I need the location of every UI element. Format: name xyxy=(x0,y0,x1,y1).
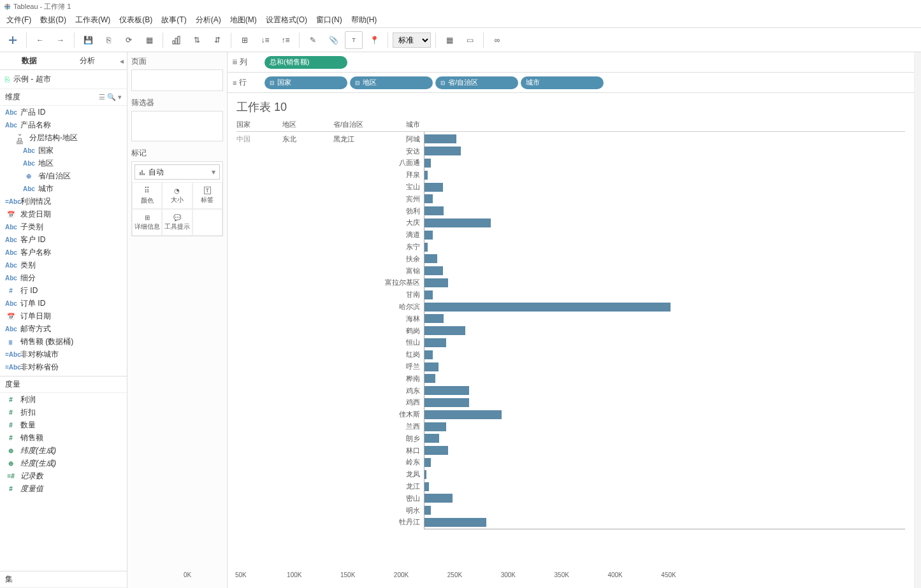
row-label[interactable]: 恒山 xyxy=(236,337,424,349)
bar[interactable] xyxy=(424,231,433,240)
marks-color[interactable]: ⠿颜色 xyxy=(132,182,162,209)
menu-item[interactable]: 仪表板(B) xyxy=(115,13,156,27)
bar[interactable] xyxy=(424,386,469,395)
dimension-field[interactable]: ⫼销售额 (数据桶) xyxy=(0,335,127,348)
dimension-field[interactable]: Abc地区 xyxy=(0,157,127,169)
dimension-field[interactable]: =Abc非对称省份 xyxy=(0,361,127,373)
row-label[interactable]: 朗乡 xyxy=(236,433,424,445)
rows-shelf[interactable]: ≡行 ⊟国家⊟地区⊟省/自治区城市 xyxy=(228,73,914,93)
marks-label[interactable]: T标签 xyxy=(192,182,222,209)
dimension-field[interactable]: =Abc利润情况 xyxy=(0,195,127,208)
row-label[interactable]: 呼兰 xyxy=(236,361,424,373)
bar[interactable] xyxy=(424,266,443,275)
bar-chart[interactable] xyxy=(424,132,905,529)
row-label[interactable]: 拜泉 xyxy=(236,169,424,181)
row-label[interactable]: 林口 xyxy=(236,445,424,457)
marks-tooltip[interactable]: 💬工具提示 xyxy=(162,209,192,236)
bar[interactable] xyxy=(424,254,437,263)
scrollbar[interactable] xyxy=(914,52,921,588)
measure-field[interactable]: ⊕纬度(生成) xyxy=(0,444,127,457)
bar[interactable] xyxy=(424,338,446,347)
bar[interactable] xyxy=(424,159,431,168)
bar[interactable] xyxy=(424,219,491,227)
pages-card[interactable] xyxy=(131,69,223,91)
row-label[interactable]: 鸡西 xyxy=(236,397,424,409)
measure-field[interactable]: #销售额 xyxy=(0,431,127,444)
dimension-field[interactable]: #行 ID xyxy=(0,284,127,297)
menu-item[interactable]: 工作表(W) xyxy=(71,13,114,27)
sheet-title[interactable]: 工作表 10 xyxy=(236,99,905,115)
row-label[interactable]: 龙江 xyxy=(236,480,424,492)
menu-item[interactable]: 分析(A) xyxy=(192,13,225,27)
bar[interactable] xyxy=(424,458,431,467)
row-label[interactable]: 岭东 xyxy=(236,457,424,469)
save-button[interactable]: 💾 xyxy=(79,31,97,49)
swap-button[interactable] xyxy=(168,31,185,49)
undo-button[interactable]: ← xyxy=(31,31,49,49)
highlight-button[interactable]: ✎ xyxy=(304,31,322,49)
dimension-field[interactable]: Abc订单 ID xyxy=(0,297,127,310)
bar[interactable] xyxy=(424,303,671,312)
sort-asc-button[interactable]: ⇅ xyxy=(188,31,206,49)
pin-button[interactable]: 📍 xyxy=(365,31,383,49)
measure-field[interactable]: #折扣 xyxy=(0,406,127,419)
marks-detail[interactable]: ⊞详细信息 xyxy=(132,209,162,236)
dimension-field[interactable]: Abc城市 xyxy=(0,182,127,195)
row-label[interactable]: 富锦 xyxy=(236,265,424,277)
row-label[interactable]: 大庆 xyxy=(236,217,424,229)
sort2-button[interactable]: ↓≡ xyxy=(256,31,274,49)
attach-button[interactable]: 📎 xyxy=(324,31,342,49)
bar[interactable] xyxy=(424,290,433,299)
menu-item[interactable]: 文件(F) xyxy=(3,13,35,27)
bar[interactable] xyxy=(424,482,429,491)
row-label[interactable]: 鸡东 xyxy=(236,385,424,397)
row-label[interactable]: 兰西 xyxy=(236,420,424,433)
row-label[interactable]: 勃利 xyxy=(236,205,424,217)
bar[interactable] xyxy=(424,350,433,359)
bar[interactable] xyxy=(424,243,428,252)
row-label[interactable]: 宾州 xyxy=(236,193,424,205)
measure-field[interactable]: #利润 xyxy=(0,393,127,406)
find-icon[interactable]: ☰ 🔍 ▾ xyxy=(99,93,122,101)
menu-item[interactable]: 故事(T) xyxy=(157,13,190,27)
present-button[interactable]: ▭ xyxy=(461,31,479,49)
bar[interactable] xyxy=(424,278,448,287)
row-label[interactable]: 红岗 xyxy=(236,348,424,361)
pill[interactable]: 城市 xyxy=(521,76,604,89)
row-label[interactable]: 牡丹江 xyxy=(236,517,424,529)
dimension-field[interactable]: 📅订单日期 xyxy=(0,310,127,322)
measure-field[interactable]: ⊕经度(生成) xyxy=(0,457,127,470)
share-button[interactable]: ∞ xyxy=(488,31,506,49)
refresh-button[interactable]: ⟳ xyxy=(120,31,138,49)
dimension-field[interactable]: ⌄ 品分层结构-地区 xyxy=(0,131,127,144)
row-label[interactable]: 鹤岗 xyxy=(236,325,424,337)
dimension-field[interactable]: Abc邮寄方式 xyxy=(0,322,127,335)
tab-collapse-icon[interactable]: ◂ xyxy=(117,52,127,69)
bar[interactable] xyxy=(424,326,465,335)
dimension-field[interactable]: ⊕省/自治区 xyxy=(0,169,127,182)
row-label[interactable]: 佳木斯 xyxy=(236,408,424,420)
bar[interactable] xyxy=(424,410,502,419)
dimension-field[interactable]: =Abc非对称城市 xyxy=(0,348,127,361)
measure-field[interactable]: #数量 xyxy=(0,419,127,431)
marks-type-select[interactable]: 自动 ▾ xyxy=(134,164,220,180)
row-label[interactable]: 密山 xyxy=(236,492,424,505)
dimension-field[interactable]: Abc产品 ID xyxy=(0,106,127,118)
columns-shelf[interactable]: iii列 总和(销售额) xyxy=(228,52,914,73)
sort-desc-button[interactable]: ⇵ xyxy=(208,31,226,49)
new-ds-button[interactable]: ⎘ xyxy=(99,31,117,49)
menu-item[interactable]: 数据(D) xyxy=(36,13,70,27)
row-label[interactable]: 扶余 xyxy=(236,253,424,265)
dimension-field[interactable]: Abc细分 xyxy=(0,271,127,284)
pill[interactable]: 总和(销售额) xyxy=(265,56,347,69)
pill[interactable]: ⊟国家 xyxy=(265,76,347,89)
label-button[interactable]: T xyxy=(345,31,363,49)
row-label[interactable]: 八面通 xyxy=(236,157,424,169)
datasource-row[interactable]: ⎘ 示例 - 超市 xyxy=(0,70,127,89)
row-label[interactable]: 桦南 xyxy=(236,373,424,385)
menu-item[interactable]: 设置格式(O) xyxy=(262,13,311,27)
bar[interactable] xyxy=(424,422,446,431)
tab-analytics[interactable]: 分析 xyxy=(59,52,117,69)
row-label[interactable]: 中国东北黑龙江阿城 xyxy=(236,133,424,145)
row-label[interactable]: 明水 xyxy=(236,505,424,517)
